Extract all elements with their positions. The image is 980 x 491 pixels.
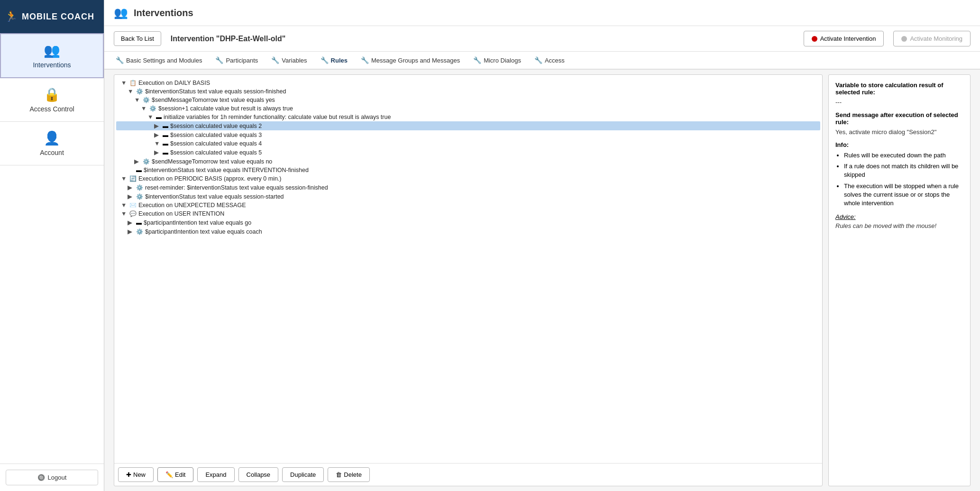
info-label: Info: (835, 141, 963, 148)
tree-item-13[interactable]: ▶⚙️$interventionStatus text value equals… (116, 192, 820, 201)
tree-toggle-1[interactable]: ▼ (128, 88, 134, 95)
edit-icon: ✏️ (165, 471, 173, 478)
duplicate-label: Duplicate (290, 471, 316, 478)
tree-item-0[interactable]: ▼📋Execution on DAILY BASIS (116, 79, 820, 87)
tree-item-4[interactable]: ▼▬initialize variables for 1h reminder f… (116, 113, 820, 121)
tree-toggle-9[interactable]: ▶ (134, 158, 141, 165)
tree-item-icon-13: ⚙️ (136, 193, 143, 200)
edit-button[interactable]: ✏️ Edit (157, 467, 193, 482)
tree-item-text-5: $session calculated value equals 2 (170, 123, 262, 129)
expand-button[interactable]: Expand (197, 467, 234, 482)
logout-label: Logout (48, 474, 67, 481)
tree-item-text-14: Execution on UNEXPECTED MESSAGE (138, 202, 246, 209)
new-icon: ✚ (126, 471, 131, 478)
tab-basic-settings[interactable]: 🔧 Basic Settings and Modules (109, 52, 209, 70)
tree-item-icon-2: ⚙️ (143, 97, 150, 103)
tree-item-text-10: $interventionStatus text value equals IN… (144, 167, 309, 173)
collapse-button[interactable]: Collapse (238, 467, 279, 482)
tab-rules-icon: 🔧 (321, 56, 329, 64)
tab-variables-icon: 🔧 (271, 56, 279, 64)
tree-toggle-8[interactable]: ▶ (154, 149, 161, 156)
tree-item-1[interactable]: ▼⚙️$interventionStatus text value equals… (116, 87, 820, 96)
tab-access-icon: 🔧 (534, 56, 542, 64)
tree-item-16[interactable]: ▶▬$participantIntention text value equal… (116, 218, 820, 227)
tree-item-9[interactable]: ▶⚙️$sendMessageTomorrow text value equal… (116, 157, 820, 166)
tree-toggle-2[interactable]: ▼ (134, 97, 141, 103)
duplicate-button[interactable]: Duplicate (282, 467, 324, 482)
logout-button[interactable]: 🔘 Logout (6, 470, 98, 485)
tree-item-icon-4: ▬ (156, 114, 162, 120)
tab-message-groups[interactable]: 🔧 Message Groups and Messages (354, 52, 467, 70)
tree-item-text-1: $interventionStatus text value equals se… (145, 88, 286, 95)
send-message-value: Yes, activate micro dialog "Session2" (835, 128, 963, 136)
variable-value: --- (835, 99, 963, 106)
tree-item-3[interactable]: ▼⚙️$session+1 calculate value but result… (116, 104, 820, 113)
sidebar-footer: 🔘 Logout (0, 464, 104, 491)
sidebar-item-access-control[interactable]: 🔒 Access Control (0, 78, 104, 122)
interventions-icon: 👥 (44, 43, 60, 58)
tree-toggle-13[interactable]: ▶ (128, 193, 134, 200)
intervention-header: Back To List Intervention "DHP-Eat-Well-… (104, 26, 980, 52)
tree-item-15[interactable]: ▼💬Execution on USER INTENTION (116, 209, 820, 218)
content-area: ▼📋Execution on DAILY BASIS▼⚙️$interventi… (104, 70, 980, 491)
edit-label: Edit (175, 471, 185, 478)
variable-label: Variable to store calculation result of … (835, 82, 963, 96)
activate-monitoring-button[interactable]: Activate Monitoring (893, 31, 971, 46)
tree-toggle-4[interactable]: ▼ (147, 114, 154, 120)
tree-item-10[interactable]: ▬$interventionStatus text value equals I… (116, 166, 820, 174)
activate-monitoring-dot (901, 36, 907, 42)
tree-item-6[interactable]: ▶▬$session calculated value equals 3 (116, 130, 820, 139)
tab-rules[interactable]: 🔧 Rules (314, 52, 354, 70)
tree-item-icon-0: 📋 (129, 80, 137, 86)
tab-participants[interactable]: 🔧 Participants (209, 52, 265, 70)
tree-item-7[interactable]: ▼▬$session calculated value equals 4 (116, 139, 820, 148)
bottom-buttons-bar: ✚ New ✏️ Edit Expand Collapse Duplicate (114, 463, 822, 486)
tab-micro-dialogs[interactable]: 🔧 Micro Dialogs (467, 52, 528, 70)
send-message-label: Send message after execution of selected… (835, 111, 963, 126)
tree-toggle-12[interactable]: ▶ (128, 184, 134, 191)
tree-item-text-9: $sendMessageTomorrow text value equals n… (152, 158, 272, 165)
tree-item-11[interactable]: ▼🔄Execution on PERIODIC BASIS (approx. e… (116, 174, 820, 183)
sidebar-item-account[interactable]: 👤 Account (0, 122, 104, 165)
logo-text: MOBILE COACH (22, 12, 94, 22)
tree-toggle-6[interactable]: ▶ (154, 131, 161, 138)
tree-item-17[interactable]: ▶⚙️$participantIntention text value equa… (116, 227, 820, 236)
tree-toggle-0[interactable]: ▼ (121, 80, 128, 86)
tree-item-text-11: Execution on PERIODIC BASIS (approx. eve… (138, 175, 282, 182)
tree-item-icon-1: ⚙️ (136, 88, 143, 95)
intervention-name: Intervention "DHP-Eat-Well-old" (171, 35, 794, 43)
info-item-3: The execution will be stopped when a rul… (844, 182, 963, 208)
tree-toggle-15[interactable]: ▼ (121, 210, 128, 217)
tree-toggle-7[interactable]: ▼ (154, 140, 161, 147)
tree-item-icon-7: ▬ (163, 140, 168, 147)
tab-micro-dialogs-icon: 🔧 (473, 56, 481, 64)
tree-item-2[interactable]: ▼⚙️$sendMessageTomorrow text value equal… (116, 96, 820, 104)
tree-item-8[interactable]: ▶▬$session calculated value equals 5 (116, 148, 820, 157)
tab-access[interactable]: 🔧 Access (528, 52, 571, 70)
tab-variables[interactable]: 🔧 Variables (265, 52, 313, 70)
tree-item-icon-11: 🔄 (129, 175, 137, 182)
tree-toggle-16[interactable]: ▶ (128, 219, 134, 226)
tree-item-text-15: Execution on USER INTENTION (138, 210, 224, 217)
top-bar: 👥 Interventions (104, 0, 980, 26)
new-button[interactable]: ✚ New (118, 467, 154, 482)
tree-toggle-5[interactable]: ▶ (154, 122, 161, 129)
activate-intervention-button[interactable]: Activate Intervention (804, 31, 884, 46)
tree-item-12[interactable]: ▶⚙️reset-reminder: $interventionStatus t… (116, 183, 820, 192)
tree-item-icon-5: ▬ (163, 123, 168, 129)
tree-toggle-14[interactable]: ▼ (121, 202, 128, 209)
sidebar-item-label-access-control: Access Control (29, 105, 74, 113)
tab-micro-dialogs-label: Micro Dialogs (484, 57, 521, 64)
tree-toggle-17[interactable]: ▶ (128, 228, 134, 235)
rules-tree: ▼📋Execution on DAILY BASIS▼⚙️$interventi… (114, 75, 822, 463)
tree-toggle-11[interactable]: ▼ (121, 175, 128, 182)
delete-button[interactable]: 🗑 Delete (328, 467, 370, 482)
tree-toggle-3[interactable]: ▼ (141, 105, 147, 112)
delete-icon: 🗑 (336, 471, 342, 478)
logo-icon: 🏃 (5, 10, 18, 23)
sidebar-item-interventions[interactable]: 👥 Interventions (0, 33, 104, 78)
tree-item-5[interactable]: ▶▬$session calculated value equals 2 (116, 121, 820, 130)
tree-item-text-7: $session calculated value equals 4 (170, 140, 262, 147)
tree-item-14[interactable]: ▼✉️Execution on UNEXPECTED MESSAGE (116, 201, 820, 209)
back-to-list-button[interactable]: Back To List (114, 31, 161, 46)
